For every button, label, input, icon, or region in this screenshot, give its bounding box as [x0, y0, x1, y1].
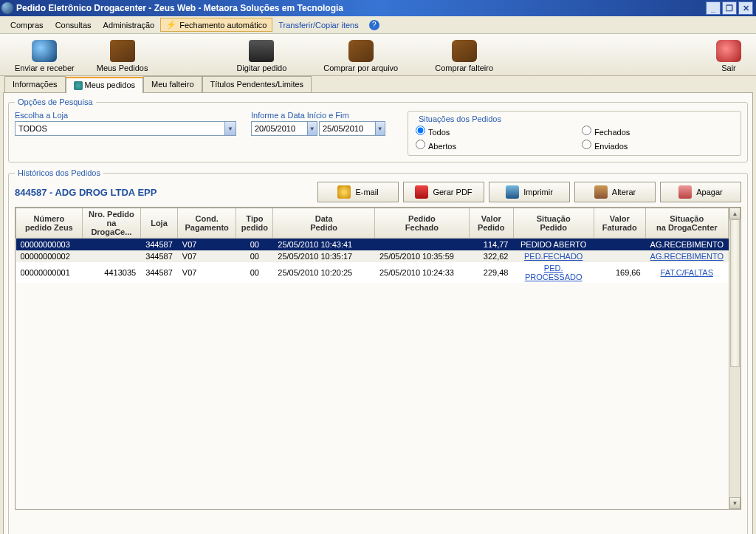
cell-droga: [82, 250, 140, 262]
col-droga[interactable]: Nro. Pedidona DrogaCe...: [82, 208, 140, 239]
content-panel: Opções de Pesquisa Escolha a Loja Inform…: [3, 92, 753, 534]
tab-meu-falteiro[interactable]: Meu falteiro: [143, 76, 202, 92]
restore-button[interactable]: ❐: [722, 1, 737, 15]
chevron-down-icon[interactable]: [375, 122, 385, 135]
cell-fechado: 25/05/2010 10:35:59: [374, 250, 469, 262]
col-sitdc[interactable]: Situaçãona DrogaCenter: [645, 208, 728, 239]
cell-data: 25/05/2010 10:35:17: [273, 250, 375, 262]
tool-enviar[interactable]: Enviar e receber: [7, 38, 82, 74]
pdf-button[interactable]: Gerar PDF: [403, 182, 484, 202]
cell-sit[interactable]: PEDIDO ABERTO: [513, 239, 594, 251]
data-ini-combo[interactable]: [251, 121, 317, 136]
email-label: E-mail: [355, 188, 378, 196]
cell-sit[interactable]: PED.FECHADO: [513, 250, 594, 262]
cell-fat: 169,66: [594, 262, 645, 283]
cell-zeus: 00000000001: [16, 262, 83, 283]
cell-loja: 344587: [141, 262, 178, 283]
cell-tipo: 00: [236, 250, 273, 262]
cell-tipo: 00: [236, 239, 273, 251]
tab-informacoes[interactable]: Informações: [4, 76, 66, 92]
table-row[interactable]: 000000000014413035344587V070025/05/2010 …: [16, 262, 729, 283]
tab-meus-pedidos[interactable]: Meus pedidos: [66, 77, 144, 93]
cell-sitdc[interactable]: AG.RECEBIMENTO: [645, 250, 728, 262]
scroll-up-icon[interactable]: ▲: [729, 208, 740, 219]
scroll-thumb[interactable]: [730, 219, 740, 367]
menu-transferir[interactable]: Transferir/Copiar itens: [272, 18, 364, 32]
radio-todos[interactable]: [416, 126, 425, 135]
cell-data: 25/05/2010 10:43:41: [273, 239, 375, 251]
tab-titulos[interactable]: Títulos Pendentes/Limites: [202, 76, 312, 92]
tool-digitar-label: Digitar pedido: [236, 64, 286, 72]
cell-fechado: [374, 239, 469, 251]
vertical-scrollbar[interactable]: ▲ ▼: [729, 208, 740, 509]
help-icon[interactable]: ?: [369, 20, 379, 30]
col-data[interactable]: DataPedido: [273, 208, 375, 239]
delete-label: Apagar: [696, 188, 722, 196]
menu-administracao[interactable]: Administração: [97, 18, 161, 32]
window-title: Pedido Eletrônico Drogacenter - Zeus Web…: [16, 3, 706, 13]
data-fim-combo[interactable]: [319, 121, 385, 136]
tool-meus-pedidos[interactable]: Meus Pedidos: [89, 38, 156, 74]
menu-consultas[interactable]: Consultas: [49, 18, 97, 32]
tool-falteiro[interactable]: Comprar falteiro: [427, 38, 501, 74]
cell-sitdc[interactable]: FAT.C/FALTAS: [645, 262, 728, 283]
data-fim-input[interactable]: [320, 123, 375, 134]
cell-zeus: 00000000003: [16, 239, 83, 251]
cell-sit[interactable]: PED. PROCESSADO: [513, 262, 594, 283]
edit-label: Alterar: [612, 188, 636, 196]
data-ini-input[interactable]: [252, 123, 307, 134]
exit-icon: [716, 40, 741, 62]
cell-cond: V07: [177, 250, 236, 262]
falteiro-icon: [452, 40, 477, 62]
minimize-button[interactable]: _: [706, 1, 721, 15]
scroll-down-icon[interactable]: ▼: [729, 497, 740, 509]
radio-enviados[interactable]: [582, 140, 591, 149]
close-button[interactable]: ✕: [738, 1, 753, 15]
loja-input[interactable]: [16, 123, 224, 134]
tab-meus-label: Meus pedidos: [85, 81, 136, 89]
col-sit[interactable]: SituaçãoPedido: [513, 208, 594, 239]
historicos-fieldset: Históricos dos Pedidos 844587 - ADG DROG…: [8, 168, 748, 534]
col-zeus[interactable]: Númeropedido Zeus: [16, 208, 83, 239]
menu-compras[interactable]: Compras: [4, 18, 49, 32]
radio-fechados[interactable]: [582, 126, 591, 135]
tool-digitar[interactable]: Digitar pedido: [229, 38, 294, 74]
cell-data: 25/05/2010 10:20:25: [273, 262, 375, 283]
tool-arquivo[interactable]: Comprar por arquivo: [316, 38, 405, 74]
loja-combo[interactable]: [15, 121, 236, 136]
menu-fechamento-label: Fechamento automático: [179, 21, 267, 30]
col-tipo[interactable]: Tipopedido: [236, 208, 273, 239]
col-fat[interactable]: ValorFaturado: [594, 208, 645, 239]
pdf-icon: [415, 185, 428, 199]
col-fechado[interactable]: PedidoFechado: [374, 208, 469, 239]
email-button[interactable]: E-mail: [317, 182, 399, 202]
col-valor[interactable]: ValorPedido: [469, 208, 513, 239]
tool-meus-label: Meus Pedidos: [97, 64, 148, 72]
cell-droga: [82, 239, 140, 251]
cell-tipo: 00: [236, 262, 273, 283]
menu-fechamento[interactable]: ⚡ Fechamento automático: [160, 18, 272, 32]
col-loja[interactable]: Loja: [141, 208, 178, 239]
chevron-down-icon[interactable]: [307, 122, 317, 135]
tab-falteiro-label: Meu falteiro: [151, 80, 193, 89]
transfer-icon: [348, 40, 374, 62]
box-icon: [110, 40, 135, 62]
globe-icon: [32, 40, 57, 62]
print-icon: [506, 185, 519, 199]
tool-sair[interactable]: Sair: [709, 38, 749, 74]
delete-button[interactable]: Apagar: [660, 182, 741, 202]
edit-button[interactable]: Alterar: [574, 182, 656, 202]
tab-box-icon: [74, 81, 83, 90]
table-row[interactable]: 00000000002344587V070025/05/2010 10:35:1…: [16, 250, 729, 262]
chevron-down-icon[interactable]: [224, 122, 236, 135]
tab-titulos-label: Títulos Pendentes/Limites: [210, 80, 304, 89]
orders-table[interactable]: Númeropedido Zeus Nro. Pedidona DrogaCe.…: [16, 208, 729, 283]
print-button[interactable]: Imprimir: [489, 182, 570, 202]
grid: Númeropedido Zeus Nro. Pedidona DrogaCe.…: [15, 207, 741, 510]
radio-abertos[interactable]: [416, 140, 425, 149]
col-cond[interactable]: Cond.Pagamento: [177, 208, 236, 239]
tool-sair-label: Sair: [721, 64, 736, 72]
historicos-legend: Históricos dos Pedidos: [15, 168, 103, 177]
cell-sitdc[interactable]: AG.RECEBIMENTO: [645, 239, 728, 251]
table-row[interactable]: 00000000003344587V070025/05/2010 10:43:4…: [16, 239, 729, 251]
